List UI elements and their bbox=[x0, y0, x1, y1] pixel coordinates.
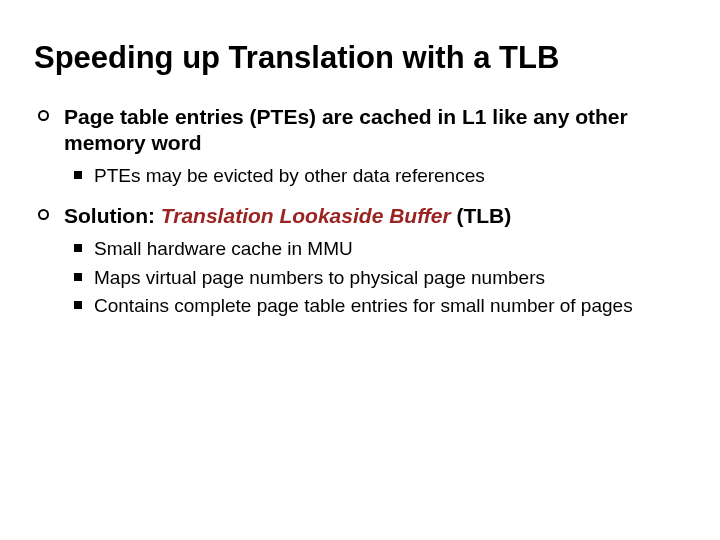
sub-bullet-item: Small hardware cache in MMU bbox=[72, 237, 686, 262]
bullet-list: Page table entries (PTEs) are cached in … bbox=[34, 104, 686, 320]
slide: Speeding up Translation with a TLB Page … bbox=[0, 0, 720, 540]
bullet-item-2: Solution: Translation Lookaside Buffer (… bbox=[36, 203, 686, 319]
sub-bullet-list: PTEs may be evicted by other data refere… bbox=[72, 164, 686, 189]
sub-bullet-item: Maps virtual page numbers to physical pa… bbox=[72, 266, 686, 291]
bullet-suffix: (TLB) bbox=[451, 204, 512, 227]
bullet-emphasis: Translation Lookaside Buffer bbox=[161, 204, 451, 227]
bullet-prefix: Solution: bbox=[64, 204, 161, 227]
sub-bullet-list: Small hardware cache in MMU Maps virtual… bbox=[72, 237, 686, 319]
slide-title: Speeding up Translation with a TLB bbox=[34, 40, 686, 76]
bullet-item-1: Page table entries (PTEs) are cached in … bbox=[36, 104, 686, 189]
bullet-text: Page table entries (PTEs) are cached in … bbox=[64, 105, 628, 154]
sub-bullet-item: Contains complete page table entries for… bbox=[72, 294, 686, 319]
sub-bullet-item: PTEs may be evicted by other data refere… bbox=[72, 164, 686, 189]
